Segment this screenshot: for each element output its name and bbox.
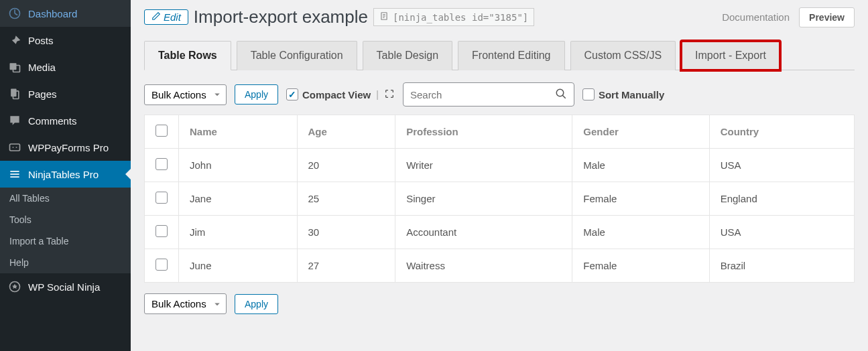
pages-icon bbox=[8, 87, 21, 100]
sidebar-item-label: Pages bbox=[28, 88, 57, 100]
page-header: Edit Import-export example [ninja_tables… bbox=[144, 7, 855, 27]
document-icon bbox=[379, 11, 389, 23]
sidebar-item-label: Media bbox=[28, 62, 56, 73]
edit-button[interactable]: Edit bbox=[144, 9, 188, 25]
data-table: NameAgeProfessionGenderCountry John20Wri… bbox=[144, 115, 855, 283]
row-checkbox[interactable] bbox=[156, 192, 168, 204]
sort-manually-checkbox[interactable] bbox=[582, 88, 595, 100]
cell-profession: Accountant bbox=[395, 216, 572, 249]
sidebar-item-wppayforms-pro[interactable]: WPPayForms Pro bbox=[0, 134, 131, 161]
bulk-actions-select[interactable]: Bulk Actions bbox=[144, 84, 227, 105]
cell-gender: Male bbox=[572, 216, 709, 249]
table-row[interactable]: Jim30AccountantMaleUSA bbox=[145, 216, 855, 249]
toolbar-bottom: Bulk Actions Apply bbox=[144, 293, 855, 314]
cell-age: 20 bbox=[297, 149, 395, 182]
submenu-item-import-a-table[interactable]: Import a Table bbox=[0, 230, 131, 252]
search-box[interactable] bbox=[403, 82, 574, 107]
sidebar-item-label: Posts bbox=[28, 35, 54, 46]
compact-view-checkbox[interactable] bbox=[286, 88, 298, 100]
sidebar-item-ninjatables-pro[interactable]: NinjaTables Pro bbox=[0, 161, 131, 188]
cell-gender: Female bbox=[572, 182, 709, 216]
cell-gender: Male bbox=[572, 149, 709, 182]
sort-manually-label: Sort Manually bbox=[599, 89, 664, 100]
fullscreen-icon[interactable] bbox=[384, 88, 395, 101]
sidebar-item-label: Dashboard bbox=[28, 8, 77, 19]
cell-country: USA bbox=[709, 149, 854, 182]
cell-country: England bbox=[709, 182, 854, 216]
sidebar-item-wp-social-ninja[interactable]: WP Social Ninja bbox=[0, 273, 131, 300]
column-header-country[interactable]: Country bbox=[709, 115, 854, 149]
sidebar-item-label: Comments bbox=[28, 115, 77, 127]
media-icon bbox=[8, 60, 21, 74]
bulk-actions-select-bottom[interactable]: Bulk Actions bbox=[144, 293, 227, 314]
cell-age: 27 bbox=[297, 249, 395, 283]
sidebar-item-posts[interactable]: Posts bbox=[0, 27, 131, 54]
pin-icon bbox=[8, 33, 21, 47]
cell-name: Jane bbox=[179, 182, 298, 216]
preview-button[interactable]: Preview bbox=[799, 7, 855, 27]
tabs-bar: Table RowsTable ConfigurationTable Desig… bbox=[144, 41, 855, 70]
table-row[interactable]: June27WaitressFemaleBrazil bbox=[145, 249, 855, 283]
pencil-icon bbox=[151, 11, 161, 23]
table-row[interactable]: John20WriterMaleUSA bbox=[145, 149, 855, 182]
compact-view-label: Compact View bbox=[302, 89, 371, 100]
shortcode-box[interactable]: [ninja_tables id="3185"] bbox=[373, 8, 534, 26]
wppay-icon bbox=[8, 141, 21, 154]
tab-table-rows[interactable]: Table Rows bbox=[144, 41, 231, 70]
tab-custom-css-js[interactable]: Custom CSS/JS bbox=[570, 41, 676, 70]
cell-name: June bbox=[179, 249, 298, 283]
sidebar-item-label: NinjaTables Pro bbox=[28, 169, 99, 180]
main-content: Edit Import-export example [ninja_tables… bbox=[131, 0, 868, 351]
submenu-item-all-tables[interactable]: All Tables bbox=[0, 188, 131, 209]
column-header-age[interactable]: Age bbox=[297, 115, 395, 149]
column-header-profession[interactable]: Profession bbox=[395, 115, 572, 149]
tab-import-export[interactable]: Import - Export bbox=[681, 41, 780, 70]
cell-gender: Female bbox=[572, 249, 709, 283]
row-checkbox[interactable] bbox=[156, 259, 168, 271]
star-icon bbox=[8, 280, 21, 293]
cell-name: Jim bbox=[179, 216, 298, 249]
tab-table-configuration[interactable]: Table Configuration bbox=[237, 41, 357, 70]
tab-frontend-editing[interactable]: Frontend Editing bbox=[458, 41, 564, 70]
cell-age: 25 bbox=[297, 182, 395, 216]
column-header-name[interactable]: Name bbox=[179, 115, 298, 149]
sidebar-item-dashboard[interactable]: Dashboard bbox=[0, 0, 131, 27]
admin-sidebar: DashboardPostsMediaPagesCommentsWPPayFor… bbox=[0, 0, 131, 351]
sidebar-item-comments[interactable]: Comments bbox=[0, 107, 131, 134]
dashboard-icon bbox=[8, 7, 21, 20]
divider: | bbox=[376, 89, 379, 100]
search-input[interactable] bbox=[410, 89, 555, 100]
row-checkbox[interactable] bbox=[156, 225, 168, 237]
sidebar-submenu: All TablesToolsImport a TableHelp bbox=[0, 188, 131, 273]
sidebar-item-label: WP Social Ninja bbox=[28, 281, 100, 293]
cell-country: Brazil bbox=[709, 249, 854, 283]
sidebar-item-pages[interactable]: Pages bbox=[0, 80, 131, 107]
sidebar-item-media[interactable]: Media bbox=[0, 54, 131, 80]
page-title: Import-export example bbox=[194, 7, 368, 27]
cell-profession: Singer bbox=[395, 182, 572, 216]
cell-profession: Waitress bbox=[395, 249, 572, 283]
apply-button[interactable]: Apply bbox=[235, 84, 278, 104]
documentation-link[interactable]: Documentation bbox=[722, 11, 790, 23]
apply-button-bottom[interactable]: Apply bbox=[235, 294, 278, 314]
shortcode-text: [ninja_tables id="3185"] bbox=[393, 12, 528, 23]
row-checkbox[interactable] bbox=[156, 158, 168, 170]
cell-age: 30 bbox=[297, 216, 395, 249]
edit-button-label: Edit bbox=[164, 11, 181, 23]
search-icon[interactable] bbox=[555, 88, 567, 102]
comment-icon bbox=[8, 114, 21, 127]
svg-rect-5 bbox=[10, 144, 20, 151]
cell-country: USA bbox=[709, 216, 854, 249]
select-all-checkbox[interactable] bbox=[156, 125, 168, 137]
submenu-item-help[interactable]: Help bbox=[0, 252, 131, 273]
submenu-item-tools[interactable]: Tools bbox=[0, 209, 131, 230]
ninja-icon bbox=[8, 167, 21, 181]
column-header-gender[interactable]: Gender bbox=[572, 115, 709, 149]
svg-line-15 bbox=[562, 95, 566, 98]
svg-point-14 bbox=[556, 89, 564, 96]
tab-table-design[interactable]: Table Design bbox=[363, 41, 453, 70]
toolbar-top: Bulk Actions Apply Compact View | Sort M… bbox=[144, 82, 855, 107]
table-row[interactable]: Jane25SingerFemaleEngland bbox=[145, 182, 855, 216]
cell-name: John bbox=[179, 149, 298, 182]
cell-profession: Writer bbox=[395, 149, 572, 182]
